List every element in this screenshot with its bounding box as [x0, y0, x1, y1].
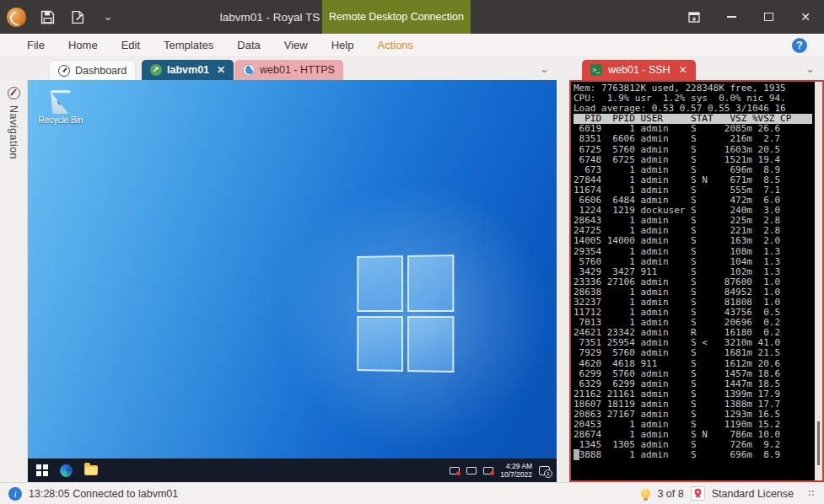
new-document-icon[interactable]	[68, 8, 87, 26]
royal-ts-window: ⌄ labvm01 - Royal TS Remote Desktop Conn…	[0, 0, 824, 504]
taskbar-clock[interactable]: 4:29 AM 10/7/2022	[500, 462, 532, 479]
tray-network-icon[interactable]	[466, 467, 477, 475]
notification-center-icon[interactable]	[539, 466, 550, 475]
windows-taskbar: 4:29 AM 10/7/2022	[28, 458, 557, 482]
close-tab-icon[interactable]: ✕	[217, 64, 225, 76]
windows-logo-pane	[407, 255, 454, 311]
system-tray: 4:29 AM 10/7/2022	[450, 458, 552, 482]
tab-label: labvm01	[167, 64, 209, 76]
minimize-button[interactable]	[713, 0, 750, 34]
process-row: 6299 5760 admin S 1457m 18.6	[574, 369, 812, 379]
recycle-bin-label: Recycle Bin	[36, 115, 85, 125]
windows-logo-pane	[407, 316, 454, 373]
menu-view[interactable]: View	[272, 34, 320, 57]
process-row: 8351 6606 admin S 216m 2.7	[574, 134, 812, 144]
license-ribbon-icon	[693, 488, 703, 499]
menu-data[interactable]: Data	[225, 34, 272, 57]
tab-label: web01 - SSH	[608, 64, 671, 76]
globe-icon	[243, 64, 255, 76]
tab-web01-ssh[interactable]: >_ web01 - SSH ✕	[582, 60, 696, 80]
info-icon: i	[8, 487, 22, 501]
process-row: 7929 5760 admin S 1681m 21.5	[574, 348, 812, 358]
tab-label: Dashboard	[75, 65, 127, 77]
tray-status-icon[interactable]	[450, 467, 460, 475]
license-badge-box	[691, 486, 705, 501]
navigation-icon	[8, 87, 20, 99]
menu-edit[interactable]: Edit	[110, 34, 152, 57]
menu-file[interactable]: File	[15, 34, 57, 57]
process-row: 3429 3427 911 S 102m 1.3	[574, 267, 812, 277]
windows-logo	[357, 255, 454, 373]
terminal-scrollbar[interactable]	[815, 82, 822, 480]
tab-web01-https[interactable]: web01 - HTTPS	[234, 60, 343, 80]
rdp-desktop-viewport[interactable]: ♻ Recycle Bin 4:29 AM 10/7/2022	[28, 80, 557, 482]
tab-overflow-chevron-icon[interactable]: ⌄	[540, 62, 549, 75]
tab-label: web01 - HTTPS	[260, 64, 335, 76]
file-explorer-icon[interactable]	[84, 465, 98, 475]
close-tab-icon[interactable]: ✕	[679, 64, 687, 76]
process-row: 6725 5760 admin S 1603m 20.5	[574, 145, 812, 155]
quick-access-chevron-icon[interactable]: ⌄	[99, 8, 117, 26]
recycle-bin-shortcut[interactable]: ♻ Recycle Bin	[36, 90, 85, 125]
dock-window-button[interactable]	[676, 0, 713, 34]
dashboard-icon	[58, 65, 70, 77]
menu-bar: File Home Edit Templates Data View Help …	[0, 34, 824, 57]
process-row: 3888 1 admin S 696m 8.9	[574, 450, 812, 460]
windows-logo-pane	[357, 315, 402, 371]
tab-labvm01-active[interactable]: labvm01 ✕	[142, 60, 234, 80]
menu-help[interactable]: Help	[320, 34, 366, 57]
clock-time: 4:29 AM	[500, 462, 532, 470]
process-row: 29354 1 admin S 108m 1.3	[574, 247, 812, 257]
edge-browser-icon[interactable]	[60, 464, 73, 477]
terminal-cursor	[574, 449, 579, 460]
maximize-button[interactable]	[750, 0, 787, 34]
navigation-label: Navigation	[8, 105, 19, 159]
status-message: 13:28:05 Connected to labvm01	[29, 488, 178, 500]
resize-grip[interactable]	[809, 491, 816, 497]
rdp-connection-icon	[150, 64, 162, 76]
lightbulb-icon[interactable]	[641, 489, 650, 498]
context-tab-remote-desktop: Remote Desktop Connection	[322, 0, 471, 34]
tab-strip: Dashboard labvm01 ✕ web01 - HTTPS ⌄ >_ w…	[0, 57, 824, 80]
process-row: 6329 6299 admin S 1447m 18.5	[574, 379, 812, 389]
recycle-bin-icon: ♻	[51, 90, 71, 114]
menu-actions[interactable]: Actions	[365, 34, 425, 57]
connection-count: 3 of 8	[657, 488, 683, 500]
royal-ts-logo-icon	[7, 8, 26, 27]
close-button[interactable]: ✕	[787, 0, 824, 34]
panel-chevron-icon[interactable]: ⌄	[805, 62, 815, 75]
ssh-terminal-panel[interactable]: Mem: 7763812K used, 228348K free, 1935CP…	[569, 80, 824, 482]
tray-volume-icon[interactable]	[483, 467, 493, 475]
title-bar: ⌄ labvm01 - Royal TS Remote Desktop Conn…	[0, 0, 824, 34]
help-icon[interactable]: ?	[792, 38, 807, 53]
process-row: 5760 1 admin S 104m 1.3	[574, 257, 812, 267]
scrollbar-thumb[interactable]	[817, 421, 820, 465]
status-bar: i 13:28:05 Connected to labvm01 3 of 8 S…	[0, 482, 824, 504]
clock-date: 10/7/2022	[500, 470, 532, 479]
process-row: 4620 4618 911 S 1612m 20.6	[574, 359, 812, 369]
start-button-icon[interactable]	[36, 464, 48, 476]
navigation-panel-tab[interactable]: Navigation	[0, 80, 28, 482]
menu-home[interactable]: Home	[57, 34, 110, 57]
terminal-icon: >_	[590, 64, 602, 76]
panel-splitter[interactable]	[557, 80, 569, 482]
menu-templates[interactable]: Templates	[152, 34, 225, 57]
process-row: 14005 14000 admin S 163m 2.0	[574, 236, 812, 246]
terminal-output[interactable]: Mem: 7763812K used, 228348K free, 1935CP…	[574, 83, 812, 479]
windows-logo-pane	[357, 255, 402, 311]
tab-dashboard[interactable]: Dashboard	[49, 60, 136, 80]
save-icon[interactable]	[38, 8, 57, 26]
process-row: 6748 6725 admin S 1521m 19.4	[574, 155, 812, 165]
license-label: Standard License	[712, 488, 794, 500]
